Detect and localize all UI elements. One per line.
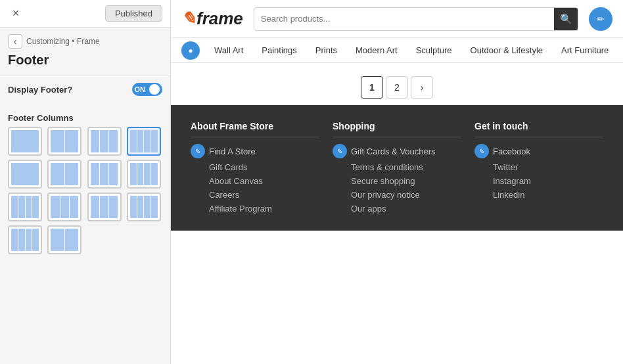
top-bar: ✎ frame 🔍 ✏ xyxy=(171,0,623,38)
footer-facebook-link[interactable]: ✎ Facebook xyxy=(474,144,603,158)
page-1-button[interactable]: 1 xyxy=(361,76,383,99)
grid-option-1col-b[interactable] xyxy=(8,160,42,189)
nav-bar: ● Wall Art Paintings Prints Modern Art S… xyxy=(171,38,623,63)
footer-find-store-link[interactable]: ✎ Find A Store xyxy=(191,144,319,158)
published-badge: Published xyxy=(105,5,162,22)
facebook-label: Facebook xyxy=(493,147,530,156)
footer-col-shopping: Shopping ✎ Gift Cards & Vouchers Terms &… xyxy=(333,121,461,217)
footer-col1-title: About Frame Store xyxy=(191,121,319,137)
grid-option-1col[interactable] xyxy=(8,127,42,156)
edit-button[interactable]: ✏ xyxy=(589,7,612,31)
main-content: 1 2 › About Frame Store ✎ Find A Store G… xyxy=(171,63,623,364)
footer-careers-link[interactable]: Careers xyxy=(191,190,319,200)
footer-col-contact: Get in touch ✎ Facebook Twitter Instagra… xyxy=(474,121,603,217)
nav-item-modern-art[interactable]: Modern Art xyxy=(346,38,407,63)
footer-columns-grid xyxy=(0,127,170,261)
back-row: ‹ Customizing • Frame xyxy=(0,28,170,51)
nav-item-prints[interactable]: Prints xyxy=(306,38,346,63)
search-bar: 🔍 xyxy=(254,7,578,31)
footer-linkedin-link[interactable]: Linkedin xyxy=(474,190,603,200)
left-header: × Published xyxy=(0,0,170,28)
toggle-knob xyxy=(149,84,160,95)
grid-option-4col-e[interactable] xyxy=(8,225,42,254)
search-input[interactable] xyxy=(254,14,554,24)
footer-col2-title: Shopping xyxy=(333,121,461,137)
pagination: 1 2 › xyxy=(171,63,623,105)
left-panel: × Published ‹ Customizing • Frame Footer… xyxy=(0,0,171,364)
display-footer-toggle[interactable]: ON xyxy=(132,83,163,96)
page-2-button[interactable]: 2 xyxy=(386,76,408,99)
gift-vouchers-icon: ✎ xyxy=(333,144,347,158)
grid-option-2col-b[interactable] xyxy=(47,160,81,189)
grid-option-3col-c[interactable] xyxy=(47,193,81,221)
grid-option-4col-d[interactable] xyxy=(127,193,161,221)
grid-option-3col-d[interactable] xyxy=(87,193,122,221)
close-button[interactable]: × xyxy=(8,6,24,22)
nav-item-drawing[interactable]: Drawin... xyxy=(618,38,623,63)
find-store-label: Find A Store xyxy=(209,147,256,156)
footer-col-about: About Frame Store ✎ Find A Store Gift Ca… xyxy=(191,121,319,217)
grid-option-4col[interactable] xyxy=(127,127,161,156)
find-store-icon: ✎ xyxy=(191,144,205,158)
footer-apps-link[interactable]: Our apps xyxy=(333,204,461,214)
nav-item-sculpture[interactable]: Sculpture xyxy=(407,38,461,63)
footer-gift-vouchers-link[interactable]: ✎ Gift Cards & Vouchers xyxy=(333,144,461,158)
display-footer-label: Display Footer? ON xyxy=(8,83,162,96)
footer-about-canvas-link[interactable]: About Canvas xyxy=(191,176,319,186)
facebook-icon: ✎ xyxy=(474,144,489,158)
footer-secure-shopping-link[interactable]: Secure shopping xyxy=(333,176,461,186)
search-button[interactable]: 🔍 xyxy=(554,7,578,31)
page-next-button[interactable]: › xyxy=(411,76,433,99)
nav-item-paintings[interactable]: Paintings xyxy=(252,38,306,63)
nav-home-icon[interactable]: ● xyxy=(181,41,200,60)
footer-col3-title: Get in touch xyxy=(474,121,603,137)
back-button[interactable]: ‹ xyxy=(8,34,22,49)
right-panel: ✎ frame 🔍 ✏ ● Wall Art Paintings Prints … xyxy=(171,0,623,364)
footer-gift-cards-link[interactable]: Gift Cards xyxy=(191,162,319,172)
nav-item-wall-art[interactable]: Wall Art xyxy=(205,38,252,63)
footer-affiliate-link[interactable]: Affiliate Program xyxy=(191,204,319,214)
panel-title: Footer xyxy=(0,51,170,76)
gift-vouchers-label: Gift Cards & Vouchers xyxy=(351,147,436,156)
footer-twitter-link[interactable]: Twitter xyxy=(474,162,603,172)
footer-privacy-link[interactable]: Our privacy notice xyxy=(333,190,461,200)
logo-text: frame xyxy=(196,9,243,29)
grid-option-3col-b[interactable] xyxy=(87,160,122,189)
footer-columns: About Frame Store ✎ Find A Store Gift Ca… xyxy=(191,121,603,217)
site-footer: About Frame Store ✎ Find A Store Gift Ca… xyxy=(171,105,623,231)
grid-option-2col-c[interactable] xyxy=(47,225,81,254)
breadcrumb: Customizing • Frame xyxy=(26,37,100,46)
grid-option-3col[interactable] xyxy=(87,127,122,156)
display-footer-section: Display Footer? ON xyxy=(0,76,170,108)
footer-instagram-link[interactable]: Instagram xyxy=(474,176,603,186)
grid-option-4col-c[interactable] xyxy=(8,193,42,221)
logo-accent: ✎ xyxy=(181,9,196,29)
grid-option-4col-b[interactable] xyxy=(127,160,161,189)
nav-item-outdoor[interactable]: Outdoor & Lifestyle xyxy=(461,38,553,63)
footer-terms-link[interactable]: Terms & conditions xyxy=(333,162,461,172)
nav-item-art-furniture[interactable]: Art Furniture xyxy=(552,38,618,63)
footer-columns-label: Footer Columns xyxy=(0,108,170,127)
logo: ✎ frame xyxy=(181,9,243,29)
grid-option-2col[interactable] xyxy=(47,127,81,156)
